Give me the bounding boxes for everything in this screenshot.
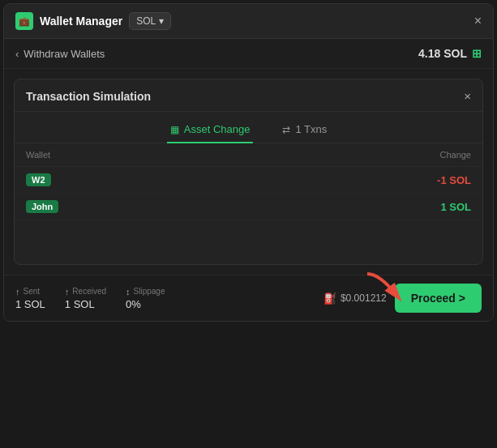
bottom-section: ↑ Sent 1 SOL ↑ Received 1 SOL ↕ Slippage… bbox=[4, 275, 493, 321]
table-row: W2 -1 SOL bbox=[15, 167, 482, 194]
tab-asset-change[interactable]: ▦ Asset Change bbox=[167, 118, 254, 143]
top-bar: 💼 Wallet Manager SOL ▾ × bbox=[4, 4, 493, 39]
txns-icon: ⇄ bbox=[282, 124, 290, 135]
sol-dropdown[interactable]: SOL ▾ bbox=[129, 12, 171, 30]
gas-icon: ⛽ bbox=[323, 292, 336, 305]
tab-txns[interactable]: ⇄ 1 Txns bbox=[279, 118, 330, 143]
tab-txns-label: 1 Txns bbox=[295, 123, 327, 135]
balance-value: 4.18 SOL bbox=[418, 47, 467, 60]
stat-slippage-label: ↕ Slippage bbox=[126, 287, 165, 297]
wallet-manager-title: Wallet Manager bbox=[40, 15, 122, 28]
filter-icon[interactable]: ⊞ bbox=[472, 47, 482, 60]
stat-received-text: Received bbox=[72, 287, 106, 296]
inner-panel-header: Transaction Simulation × bbox=[15, 79, 482, 112]
stat-sent-value: 1 SOL bbox=[15, 298, 45, 310]
breadcrumb-left: ‹ Withdraw Wallets bbox=[15, 48, 105, 60]
close-button-inner[interactable]: × bbox=[464, 89, 471, 103]
stat-received-label: ↑ Received bbox=[65, 287, 106, 297]
stat-received: ↑ Received 1 SOL bbox=[65, 287, 106, 310]
sent-icon: ↑ bbox=[15, 287, 20, 297]
wallet-badge-w2: W2 bbox=[26, 173, 51, 186]
tab-asset-change-label: Asset Change bbox=[184, 123, 251, 135]
wallet-icon: 💼 bbox=[15, 12, 33, 30]
table-body: W2 -1 SOL John 1 SOL bbox=[15, 167, 482, 264]
slippage-icon: ↕ bbox=[126, 287, 131, 297]
stat-received-value: 1 SOL bbox=[65, 298, 106, 310]
stats-left: ↑ Sent 1 SOL ↑ Received 1 SOL ↕ Slippage… bbox=[15, 287, 165, 310]
close-button-top[interactable]: × bbox=[474, 14, 482, 28]
table-header: Wallet Change bbox=[15, 143, 482, 167]
change-value-john: 1 SOL bbox=[440, 201, 471, 213]
stats-right: ⛽ $0.001212 Proceed > bbox=[323, 284, 482, 313]
stat-slippage-value: 0% bbox=[126, 298, 165, 310]
breadcrumb-row: ‹ Withdraw Wallets 4.18 SOL ⊞ bbox=[4, 39, 493, 69]
inner-panel: Transaction Simulation × ▦ Asset Change … bbox=[14, 79, 483, 265]
table-row: John 1 SOL bbox=[15, 194, 482, 220]
asset-change-icon: ▦ bbox=[170, 124, 179, 135]
tabs-row: ▦ Asset Change ⇄ 1 Txns bbox=[15, 112, 482, 143]
wallet-manager-panel: 💼 Wallet Manager SOL ▾ × ‹ Withdraw Wall… bbox=[3, 3, 494, 322]
top-bar-left: 💼 Wallet Manager SOL ▾ bbox=[15, 12, 171, 30]
stat-sent: ↑ Sent 1 SOL bbox=[15, 287, 45, 310]
change-value-w2: -1 SOL bbox=[437, 174, 471, 186]
col-wallet: Wallet bbox=[26, 150, 50, 160]
red-arrow-icon bbox=[363, 270, 408, 306]
breadcrumb-label: Withdraw Wallets bbox=[24, 48, 105, 60]
back-arrow-icon: ‹ bbox=[15, 48, 19, 60]
transaction-simulation-title: Transaction Simulation bbox=[26, 90, 151, 103]
col-change: Change bbox=[439, 150, 471, 160]
chevron-down-icon: ▾ bbox=[159, 15, 164, 27]
received-icon: ↑ bbox=[65, 287, 70, 297]
dropdown-label: SOL bbox=[136, 15, 156, 27]
wallet-badge-john: John bbox=[26, 200, 58, 213]
stat-slippage-text: Slippage bbox=[134, 287, 165, 296]
stat-sent-label: ↑ Sent bbox=[15, 287, 45, 297]
stat-slippage: ↕ Slippage 0% bbox=[126, 287, 165, 310]
breadcrumb-right: 4.18 SOL ⊞ bbox=[418, 47, 482, 60]
stat-sent-text: Sent bbox=[24, 287, 41, 296]
